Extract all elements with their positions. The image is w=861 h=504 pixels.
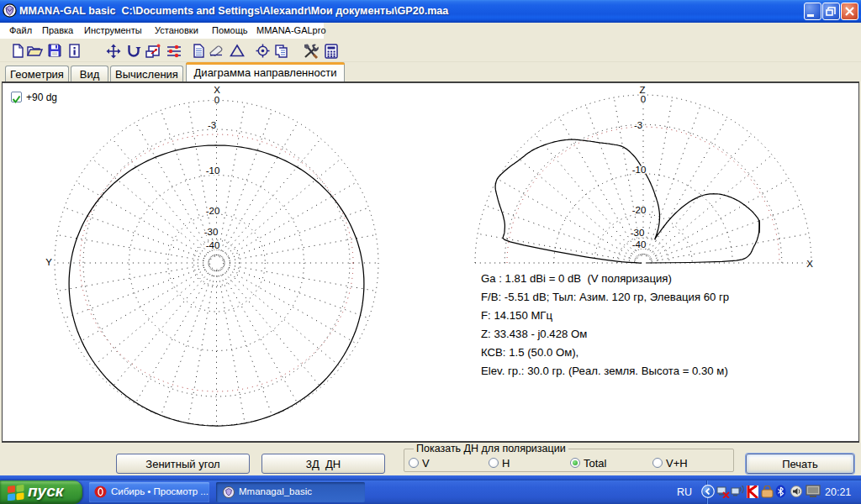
svg-text:Z: Z <box>639 85 645 95</box>
svg-text:-40: -40 <box>632 239 647 249</box>
svg-text:X: X <box>214 85 220 95</box>
svg-text:0: 0 <box>214 95 219 105</box>
svg-text:-20: -20 <box>206 206 220 216</box>
svg-text:-30: -30 <box>631 228 645 238</box>
svg-text:-10: -10 <box>206 165 220 176</box>
svg-text:-30: -30 <box>204 227 219 237</box>
svg-text:X: X <box>806 259 813 269</box>
svg-text:-20: -20 <box>632 205 647 215</box>
svg-text:-3: -3 <box>208 120 216 130</box>
svg-text:Y: Y <box>45 257 52 267</box>
svg-text:-3: -3 <box>634 120 642 130</box>
svg-text:0: 0 <box>641 94 646 104</box>
svg-text:-40: -40 <box>206 240 220 250</box>
svg-text:-10: -10 <box>632 165 647 175</box>
